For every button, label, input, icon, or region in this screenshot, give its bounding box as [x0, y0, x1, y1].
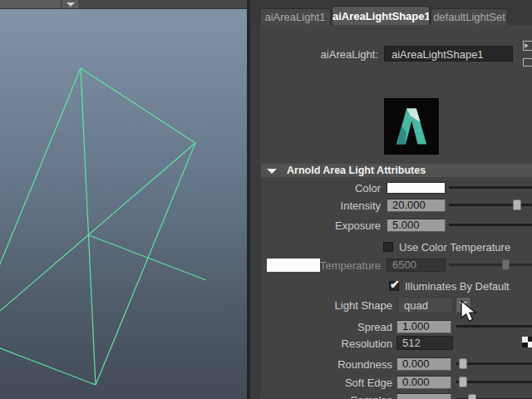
- viewport-menu-collapse-button[interactable]: [62, 0, 78, 8]
- tab-aiarealight1[interactable]: aiAreaLight1: [259, 8, 331, 25]
- illuminates-by-default-label: Illuminates By Default: [405, 280, 530, 293]
- section-title: Arnold Area Light Attributes: [287, 165, 426, 176]
- roundness-slider-handle[interactable]: [459, 358, 467, 369]
- color-slider[interactable]: [449, 186, 532, 189]
- checkmark-icon: ✔: [390, 278, 400, 290]
- roundness-label: Roundness: [260, 358, 392, 371]
- presets-icon[interactable]: [523, 58, 532, 66]
- roundness-field[interactable]: 0.000: [397, 357, 451, 371]
- viewport-menu-segment[interactable]: [0, 0, 61, 8]
- texture-map-icon[interactable]: [522, 337, 532, 347]
- exposure-label: Exposure: [260, 219, 381, 232]
- spread-label: Spread: [260, 321, 392, 333]
- soft-edge-slider-handle[interactable]: [459, 377, 467, 387]
- temperature-label: Temperature: [320, 259, 381, 272]
- resolution-field[interactable]: 512: [397, 336, 453, 350]
- use-color-temperature-label: Use Color Temperature: [399, 241, 524, 254]
- soft-edge-field[interactable]: 0.000: [397, 376, 451, 389]
- soft-edge-label: Soft Edge: [260, 377, 392, 389]
- exposure-slider[interactable]: [449, 224, 532, 226]
- resolution-label: Resolution: [260, 337, 392, 350]
- temperature-slider-handle: [502, 259, 510, 270]
- intensity-field[interactable]: 20.000: [387, 199, 446, 212]
- light-shape-label: Light Shape: [260, 299, 392, 312]
- exposure-field[interactable]: 5.000: [387, 219, 446, 232]
- tab-aiarealightshape1[interactable]: aiAreaLightShape1: [332, 6, 430, 25]
- temperature-field: 6500: [387, 259, 446, 272]
- viewport[interactable]: [0, 0, 247, 399]
- samples-slider-handle[interactable]: [468, 394, 476, 399]
- spread-field[interactable]: 1.000: [397, 320, 451, 333]
- samples-label: Samples: [260, 394, 392, 399]
- node-type-label: aiAreaLight:: [260, 48, 378, 61]
- roundness-slider[interactable]: [456, 362, 532, 365]
- intensity-label: Intensity: [260, 200, 381, 212]
- section-collapse-triangle-icon[interactable]: [267, 169, 277, 174]
- color-label: Color: [260, 182, 381, 195]
- node-name-field[interactable]: aiAreaLightShape1: [384, 46, 513, 62]
- soft-edge-slider[interactable]: [456, 381, 532, 383]
- arnold-logo: [384, 98, 439, 155]
- color-swatch[interactable]: [387, 182, 446, 194]
- light-shape-dropdown[interactable]: quad: [397, 297, 453, 313]
- viewport-menubar: [0, 0, 247, 9]
- spread-slider[interactable]: [456, 325, 532, 328]
- area-light-wireframe: [0, 0, 247, 399]
- arnold-a-icon: [384, 98, 439, 155]
- intensity-slider-handle[interactable]: [513, 200, 521, 210]
- maya-window: aiAreaLight1 aiAreaLightShape1 defaultLi…: [0, 0, 532, 399]
- chevron-down-icon: [66, 2, 75, 7]
- light-shape-dropdown-button[interactable]: [456, 297, 471, 313]
- attribute-editor-gutter: [250, 25, 260, 399]
- focus-icon[interactable]: [523, 41, 532, 51]
- use-color-temperature-checkbox[interactable]: [383, 242, 393, 252]
- samples-field[interactable]: [397, 393, 451, 399]
- temperature-color-swatch: [267, 259, 320, 272]
- temperature-slider: [449, 264, 532, 266]
- tab-defaultlightset[interactable]: defaultLightSet: [431, 8, 508, 25]
- illuminates-by-default-checkbox[interactable]: ✔: [389, 281, 399, 291]
